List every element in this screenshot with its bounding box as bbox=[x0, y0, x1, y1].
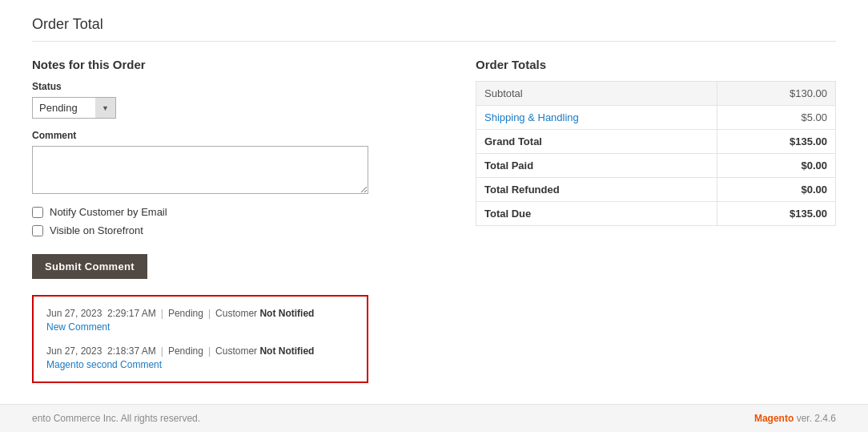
status-select-container[interactable]: PendingProcessingCompleteClosedCanceled bbox=[32, 97, 116, 119]
order-totals-table: Subtotal$130.00Shipping & Handling$5.00G… bbox=[476, 81, 836, 226]
visible-checkbox-row: Visible on Storefront bbox=[32, 224, 444, 236]
version-number: ver. 2.4.6 bbox=[797, 413, 836, 424]
comments-box: Jun 27, 2023 2:29:17 AM|Pending|Customer… bbox=[32, 295, 368, 383]
section-title: Order Total bbox=[32, 16, 836, 42]
right-column: Order Totals Subtotal$130.00Shipping & H… bbox=[476, 58, 836, 383]
status-label: Status bbox=[32, 81, 444, 92]
comment-field: Comment bbox=[32, 130, 444, 196]
totals-amount: $130.00 bbox=[717, 82, 836, 106]
totals-amount: $0.00 bbox=[717, 178, 836, 202]
totals-row: Shipping & Handling$5.00 bbox=[476, 106, 836, 130]
magento-brand: Magento bbox=[754, 413, 794, 424]
totals-amount: $135.00 bbox=[717, 202, 836, 226]
totals-row: Subtotal$130.00 bbox=[476, 82, 836, 106]
comment-entry: Jun 27, 2023 2:29:17 AM|Pending|Customer… bbox=[46, 308, 354, 333]
totals-label: Subtotal bbox=[476, 82, 717, 106]
totals-amount: $5.00 bbox=[717, 106, 836, 130]
notify-checkbox-row: Notify Customer by Email bbox=[32, 206, 444, 218]
comment-entry: Jun 27, 2023 2:18:37 AM|Pending|Customer… bbox=[46, 345, 354, 370]
notes-title: Notes for this Order bbox=[32, 58, 444, 71]
totals-label: Total Due bbox=[476, 202, 717, 226]
comment-textarea[interactable] bbox=[32, 146, 368, 194]
comment-label: Comment bbox=[32, 130, 444, 141]
comment-meta: Jun 27, 2023 2:29:17 AM|Pending|Customer… bbox=[46, 308, 354, 319]
totals-label: Grand Total bbox=[476, 130, 717, 154]
totals-row: Total Due$135.00 bbox=[476, 202, 836, 226]
main-content: Order Total Notes for this Order Status … bbox=[0, 0, 868, 404]
comment-meta: Jun 27, 2023 2:18:37 AM|Pending|Customer… bbox=[46, 345, 354, 357]
version-text: Magento ver. 2.4.6 bbox=[754, 413, 836, 424]
notify-checkbox[interactable] bbox=[32, 207, 43, 218]
order-totals-title: Order Totals bbox=[476, 58, 836, 71]
comment-text: Magento second Comment bbox=[46, 359, 354, 370]
totals-row: Total Paid$0.00 bbox=[476, 154, 836, 178]
totals-row: Total Refunded$0.00 bbox=[476, 178, 836, 202]
totals-row: Grand Total$135.00 bbox=[476, 130, 836, 154]
comment-text: New Comment bbox=[46, 321, 354, 333]
totals-label: Total Refunded bbox=[476, 178, 717, 202]
page-wrapper: Order Total Notes for this Order Status … bbox=[0, 0, 868, 432]
two-col-layout: Notes for this Order Status PendingProce… bbox=[32, 58, 836, 383]
totals-amount: $0.00 bbox=[717, 154, 836, 178]
notify-label: Notify Customer by Email bbox=[50, 206, 167, 218]
status-select[interactable]: PendingProcessingCompleteClosedCanceled bbox=[32, 97, 116, 119]
visible-label: Visible on Storefront bbox=[50, 224, 143, 236]
submit-comment-button[interactable]: Submit Comment bbox=[32, 254, 147, 279]
page-footer: ento Commerce Inc. All rights reserved. … bbox=[0, 404, 868, 432]
status-select-wrapper: PendingProcessingCompleteClosedCanceled bbox=[32, 97, 444, 119]
totals-amount: $135.00 bbox=[717, 130, 836, 154]
totals-label: Total Paid bbox=[476, 154, 717, 178]
copyright-text: ento Commerce Inc. All rights reserved. bbox=[32, 413, 200, 424]
visible-checkbox[interactable] bbox=[32, 225, 43, 236]
totals-label: Shipping & Handling bbox=[476, 106, 717, 130]
left-column: Notes for this Order Status PendingProce… bbox=[32, 58, 444, 383]
